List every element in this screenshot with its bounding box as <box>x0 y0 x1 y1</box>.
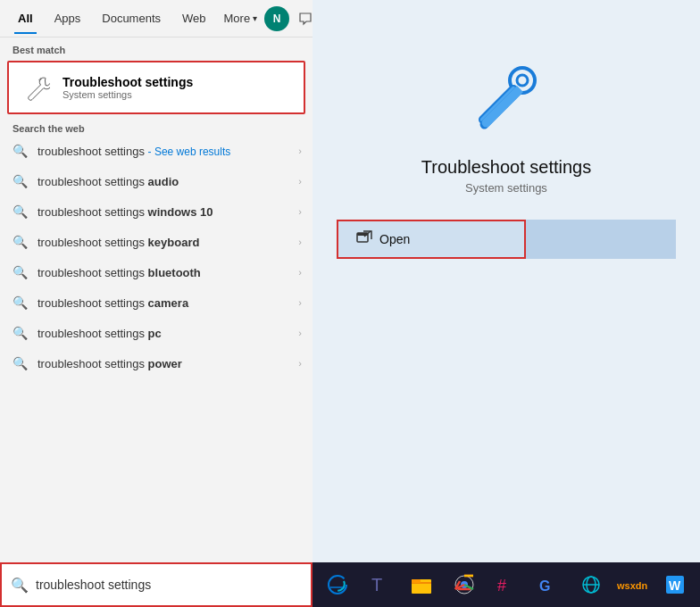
open-button[interactable]: Open <box>337 220 526 259</box>
chevron-right-icon-7: › <box>298 328 302 338</box>
best-match-title: Troubleshoot settings <box>62 75 193 89</box>
svg-rect-9 <box>412 579 421 583</box>
svg-point-2 <box>517 75 528 86</box>
taskbar-item-slack[interactable]: # <box>487 565 525 604</box>
search-popup: All Apps Documents Web More ▾ N ··· ✕ Be… <box>0 0 312 562</box>
result-item-audio[interactable]: 🔍 troubleshoot settings audio › <box>0 166 312 196</box>
chevron-down-icon: ▾ <box>253 13 257 23</box>
chevron-right-icon-4: › <box>298 237 302 247</box>
tab-apps[interactable]: Apps <box>44 3 92 34</box>
taskbar: T # G <box>312 562 700 607</box>
chevron-right-icon-3: › <box>298 206 302 217</box>
search-icon-2: 🔍 <box>11 172 29 190</box>
taskbar-item-chrome[interactable] <box>445 565 483 604</box>
search-icon-3: 🔍 <box>11 203 29 220</box>
result-item-windows10[interactable]: 🔍 troubleshoot settings windows 10 › <box>0 196 312 227</box>
taskbar-item-wsxdn[interactable]: wsxdn <box>613 565 652 604</box>
search-bar[interactable]: 🔍 <box>0 562 312 607</box>
result-item-see-web[interactable]: 🔍 troubleshoot settings - See web result… <box>0 136 312 166</box>
edge-icon <box>326 573 349 596</box>
result-item-camera[interactable]: 🔍 troubleshoot settings camera › <box>0 287 312 318</box>
search-icon-4: 🔍 <box>11 233 29 251</box>
chevron-right-icon-5: › <box>298 267 302 278</box>
taskbar-item-network[interactable] <box>571 565 610 604</box>
search-icon-5: 🔍 <box>11 263 29 281</box>
search-bar-icon: 🔍 <box>11 577 29 594</box>
result-item-bluetooth[interactable]: 🔍 troubleshoot settings bluetooth › <box>0 257 312 287</box>
chevron-right-icon-8: › <box>298 358 302 369</box>
search-icon-8: 🔍 <box>11 354 29 372</box>
result-text-windows10: troubleshoot settings windows 10 <box>38 205 289 219</box>
result-text-bluetooth: troubleshoot settings bluetooth <box>38 266 289 279</box>
wsxdn-icon: wsxdn <box>617 577 649 593</box>
result-text-camera: troubleshoot settings camera <box>38 296 289 310</box>
result-text-keyboard: troubleshoot settings keyboard <box>38 236 289 249</box>
word-icon: W <box>663 573 687 596</box>
taskbar-item-word[interactable]: W <box>656 565 695 604</box>
chrome-icon <box>453 573 476 596</box>
search-icon-6: 🔍 <box>11 294 29 312</box>
best-match-label: Best match <box>0 37 312 59</box>
external-window-icon <box>356 230 372 245</box>
chevron-right-icon-6: › <box>298 297 302 308</box>
chevron-right-icon: › <box>298 146 302 156</box>
tab-more[interactable]: More ▾ <box>217 3 265 34</box>
search-input[interactable] <box>36 578 302 592</box>
svg-text:G: G <box>539 578 550 594</box>
open-window-icon <box>356 230 372 248</box>
taskbar-item-edge[interactable] <box>318 565 356 604</box>
svg-text:#: # <box>497 577 506 595</box>
best-match-text: Troubleshoot settings System settings <box>62 75 193 100</box>
slack-icon: # <box>495 573 518 596</box>
google-icon: G <box>537 573 560 596</box>
result-text-power: troubleshoot settings power <box>38 357 289 370</box>
open-button-row: Open <box>337 220 676 259</box>
explorer-icon <box>410 573 433 596</box>
result-text-audio: troubleshoot settings audio <box>38 175 289 188</box>
best-match-subtitle: System settings <box>62 89 193 100</box>
svg-text:wsxdn: wsxdn <box>617 580 648 591</box>
teams-icon: T <box>368 573 391 596</box>
chevron-right-icon-2: › <box>298 176 302 187</box>
result-item-pc[interactable]: 🔍 troubleshoot settings pc › <box>0 318 312 348</box>
right-icon-container <box>462 54 551 143</box>
feedback-icon <box>298 12 312 26</box>
taskbar-item-google[interactable]: G <box>529 565 568 604</box>
result-text-pc: troubleshoot settings pc <box>38 327 289 340</box>
open-label: Open <box>379 232 410 246</box>
search-icon: 🔍 <box>11 142 29 160</box>
svg-text:W: W <box>669 578 681 593</box>
web-section-label: Search the web <box>0 116 312 136</box>
right-panel: Troubleshoot settings System settings Op… <box>312 0 700 607</box>
tab-all[interactable]: All <box>7 3 44 34</box>
svg-text:T: T <box>371 575 382 595</box>
avatar-button[interactable]: N <box>264 6 289 31</box>
result-item-power[interactable]: 🔍 troubleshoot settings power › <box>0 348 312 378</box>
wrench-icon <box>21 73 50 102</box>
result-item-keyboard[interactable]: 🔍 troubleshoot settings keyboard › <box>0 227 312 257</box>
tabs-row: All Apps Documents Web More ▾ N ··· ✕ <box>0 0 312 37</box>
tab-documents[interactable]: Documents <box>91 3 171 34</box>
taskbar-item-teams[interactable]: T <box>360 565 398 604</box>
result-text-see-web: troubleshoot settings - See web results <box>38 145 289 158</box>
right-panel-subtitle: System settings <box>465 181 547 195</box>
best-match-item[interactable]: Troubleshoot settings System settings <box>7 61 305 114</box>
tab-web[interactable]: Web <box>171 3 217 34</box>
right-panel-title: Troubleshoot settings <box>421 157 591 178</box>
search-icon-7: 🔍 <box>11 324 29 342</box>
taskbar-item-explorer[interactable] <box>403 565 441 604</box>
best-match-icon-container <box>20 71 52 104</box>
network-icon <box>579 573 603 596</box>
large-wrench-icon <box>471 62 542 134</box>
